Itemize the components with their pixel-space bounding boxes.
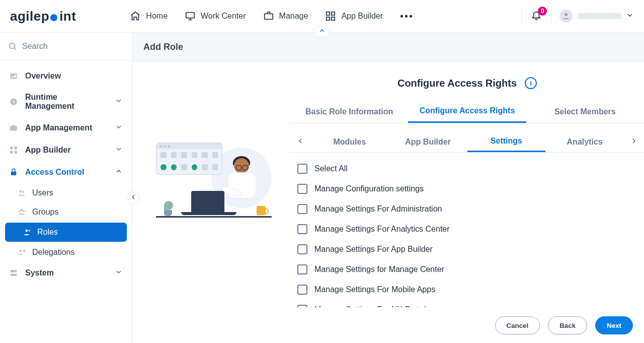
nav-work-center[interactable]: Work Center (185, 11, 246, 22)
tab-settings[interactable]: Settings (467, 131, 546, 152)
sidebar-item-groups[interactable]: Groups (0, 202, 132, 222)
notifications-button[interactable]: 0 (530, 10, 543, 23)
chevron-right-icon (630, 137, 638, 147)
svg-rect-25 (11, 274, 17, 277)
svg-rect-1 (264, 14, 273, 19)
tabs-next[interactable] (624, 132, 644, 152)
list-item: Manage Settings For App Builder (294, 239, 640, 259)
step-tab-label: Configure Access Rights (420, 106, 515, 115)
ellipsis-icon: ••• (400, 11, 414, 22)
tab-label: Modules (333, 138, 366, 146)
delegation-icon (17, 248, 26, 257)
sidebar: Search Overview Runtime Management App M… (0, 33, 132, 343)
svg-rect-3 (332, 12, 335, 15)
sidebar-menu: Overview Runtime Management App Manageme… (0, 60, 132, 343)
svg-point-23 (20, 250, 22, 252)
step-tab-label: Select Members (554, 107, 616, 116)
nav-work-center-label: Work Center (201, 12, 246, 21)
nav-manage[interactable]: Manage (263, 11, 308, 22)
option-label[interactable]: Manage Settings For Administration (314, 204, 442, 214)
tab-analytics[interactable]: Analytics (545, 132, 624, 152)
chevron-down-icon (115, 268, 123, 278)
chevron-down-icon (115, 123, 123, 133)
option-label[interactable]: Manage Configuration settings (314, 184, 424, 193)
chevron-left-icon (130, 193, 137, 202)
form-panel: Configure Access Rights i Basic Role Inf… (290, 62, 644, 343)
nav-app-builder[interactable]: App Builder (325, 11, 383, 22)
main-content: Add Role (132, 33, 644, 343)
nav-home[interactable]: Home (130, 11, 168, 22)
option-label[interactable]: Manage Settings For Analytics Center (314, 225, 450, 234)
sidebar-item-label: Overview (25, 72, 61, 81)
checkbox[interactable] (297, 184, 307, 194)
sidebar-item-label: Groups (32, 208, 58, 217)
sidebar-item-label: Access Control (25, 168, 84, 177)
tab-modules[interactable]: Modules (310, 132, 389, 152)
back-button[interactable]: Back (548, 316, 587, 334)
sidebar-item-runtime-management[interactable]: Runtime Management (0, 87, 132, 117)
sidebar-item-app-management[interactable]: App Management (0, 117, 132, 139)
role-icon (22, 228, 31, 237)
svg-rect-14 (10, 151, 13, 154)
nav-home-label: Home (146, 12, 168, 21)
nav-app-builder-label: App Builder (341, 12, 383, 21)
notification-badge: 0 (538, 7, 547, 16)
sidebar-item-overview[interactable]: Overview (0, 65, 132, 87)
nav-more[interactable]: ••• (400, 11, 414, 22)
sidebar-item-roles[interactable]: Roles (5, 223, 127, 242)
page-subheader: Add Role (132, 33, 644, 62)
tab-label: Analytics (567, 138, 603, 146)
lock-icon (9, 168, 18, 177)
tab-appbuilder[interactable]: App Builder (389, 132, 467, 152)
checkbox[interactable] (297, 264, 307, 275)
checkbox[interactable] (297, 164, 307, 174)
checkbox[interactable] (297, 285, 307, 295)
user-name (578, 13, 621, 19)
step-tab-label: Basic Role Information (305, 107, 393, 116)
header-right: 0 (521, 9, 634, 23)
sidebar-collapse-toggle[interactable] (127, 191, 140, 204)
sidebar-item-system[interactable]: System (0, 262, 132, 284)
info-icon[interactable]: i (525, 77, 537, 89)
list-item: Manage Settings For Mobile Apps (294, 280, 640, 300)
checkbox[interactable] (297, 244, 307, 254)
category-tabs: Modules App Builder Settings Analytics (290, 131, 644, 153)
sidebar-item-access-control[interactable]: Access Control (0, 161, 132, 183)
next-button[interactable]: Next (595, 316, 633, 334)
header-collapse-toggle[interactable] (314, 26, 330, 37)
settings-options-list[interactable]: Select All Manage Configuration settings… (290, 153, 644, 307)
search-input[interactable]: Search (0, 33, 132, 60)
svg-rect-24 (11, 270, 17, 272)
tabs-prev[interactable] (290, 132, 310, 152)
svg-rect-13 (15, 147, 17, 149)
checkbox[interactable] (297, 224, 307, 234)
option-label[interactable]: Manage Settings For App Builder (314, 245, 433, 254)
brand-pre: agilep (10, 9, 49, 24)
sidebar-item-label: Users (32, 188, 53, 197)
grid-icon (325, 11, 336, 22)
list-item: Manage Settings for Manage Center (294, 259, 640, 280)
sidebar-item-app-builder[interactable]: App Builder (0, 139, 132, 161)
list-item: Manage Settings For Analytics Center (294, 219, 640, 239)
cancel-button[interactable]: Cancel (495, 316, 540, 334)
checkbox[interactable] (297, 204, 307, 214)
svg-rect-10 (10, 126, 17, 130)
svg-rect-11 (13, 125, 15, 126)
list-item: Manage Settings For NX Portal (294, 300, 640, 307)
svg-point-7 (10, 43, 15, 49)
svg-rect-15 (15, 151, 17, 154)
step-tab-basic-info[interactable]: Basic Role Information (290, 101, 408, 122)
step-tab-select-members[interactable]: Select Members (526, 101, 644, 122)
svg-point-17 (20, 190, 22, 193)
search-icon (8, 42, 17, 51)
server-icon (9, 268, 18, 278)
option-label[interactable]: Manage Settings For Mobile Apps (314, 285, 435, 294)
step-tab-configure-access[interactable]: Configure Access Rights (408, 100, 526, 123)
user-menu[interactable] (559, 10, 634, 23)
sidebar-item-label: Runtime Management (25, 93, 108, 111)
option-label[interactable]: Manage Settings for Manage Center (314, 265, 444, 274)
sidebar-item-users[interactable]: Users (0, 183, 132, 202)
nav-manage-label: Manage (279, 12, 308, 21)
option-label[interactable]: Select All (314, 164, 348, 173)
sidebar-item-delegations[interactable]: Delegations (0, 243, 132, 262)
